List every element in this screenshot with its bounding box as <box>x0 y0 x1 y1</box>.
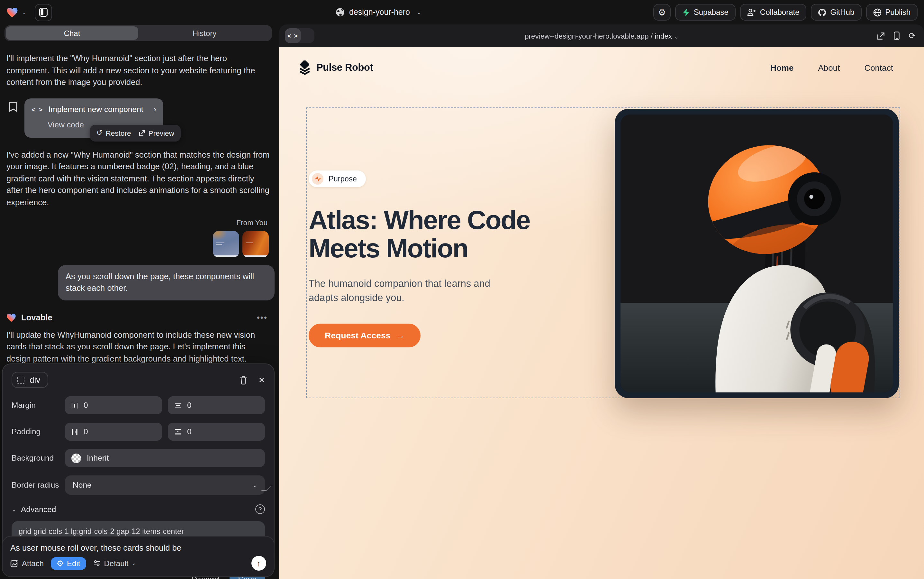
preview-label: Preview <box>149 128 174 138</box>
collaborate-button[interactable]: Collaborate <box>740 4 806 21</box>
element-inspector-panel: div ✕ Margin 0 <box>2 363 274 556</box>
advanced-collapse-icon[interactable]: ⌄ <box>11 506 16 512</box>
pulse-icon <box>312 173 323 185</box>
restore-preview-toolbar: ↺ Restore Preview <box>90 124 181 142</box>
from-you-label: From You <box>7 218 270 228</box>
chevron-right-icon: › <box>153 104 156 116</box>
margin-horizontal-input[interactable]: 0 <box>65 396 162 414</box>
site-brand[interactable]: Pulse Robot <box>298 61 373 75</box>
lovable-logo-icon[interactable] <box>7 7 18 18</box>
attachment-image-blue[interactable] <box>213 231 239 257</box>
padding-vertical-value: 0 <box>187 427 192 436</box>
background-value: Inherit <box>87 453 109 463</box>
hero-heading: Atlas: Where Code Meets Motion <box>309 206 598 263</box>
settings-button[interactable]: ⚙ <box>653 4 671 21</box>
code-icon: < > <box>31 105 43 114</box>
supabase-icon <box>682 8 690 16</box>
github-label: GitHub <box>831 8 855 17</box>
hero-robot-card <box>615 109 899 398</box>
margin-vertical-input[interactable]: 0 <box>168 396 265 414</box>
delete-element-icon[interactable] <box>239 375 248 384</box>
tab-history[interactable]: History <box>138 26 271 40</box>
attach-label: Attach <box>22 559 44 568</box>
publish-globe-icon <box>873 8 881 16</box>
edit-label: Edit <box>67 559 80 568</box>
nav-about[interactable]: About <box>818 63 840 72</box>
site-brand-name: Pulse Robot <box>317 62 373 74</box>
dashed-element-icon <box>17 376 24 384</box>
project-chevron-icon: ⌄ <box>416 9 421 15</box>
mobile-view-icon[interactable] <box>894 31 900 40</box>
nav-home[interactable]: Home <box>771 63 793 72</box>
hero-text-column: Purpose Atlas: Where Code Meets Motion T… <box>309 170 598 348</box>
tool-card-title: Implement new component <box>48 104 143 116</box>
sliders-icon <box>93 560 101 567</box>
restore-button[interactable]: ↺ Restore <box>96 128 131 138</box>
margin-label: Margin <box>11 401 65 410</box>
publish-label: Publish <box>885 8 911 17</box>
chat-composer[interactable]: As user mouse roll over, these cards sho… <box>2 536 274 577</box>
mode-chevron-icon: ⌄ <box>132 560 136 566</box>
user-message-bubble: As you scroll down the page, these compo… <box>58 265 274 301</box>
selected-element-chip[interactable]: div <box>11 372 48 388</box>
padding-vertical-icon <box>174 429 181 435</box>
transparency-swatch-icon <box>71 453 81 463</box>
lovable-heart-icon <box>7 314 16 323</box>
help-icon[interactable]: ? <box>255 504 265 514</box>
nav-contact[interactable]: Contact <box>864 63 893 72</box>
open-external-icon[interactable] <box>877 32 885 39</box>
target-icon <box>57 560 64 567</box>
app-topbar: ⌄ design-your-hero ⌄ ⚙ <box>0 0 924 25</box>
composer-input[interactable]: As user mouse roll over, these cards sho… <box>10 543 266 553</box>
site-nav: Home About Contact <box>771 63 905 72</box>
workspace-chevron-icon[interactable]: ⌄ <box>22 9 27 15</box>
message-menu-icon[interactable]: ••• <box>257 312 270 324</box>
refresh-icon[interactable]: ⟳ <box>909 31 916 41</box>
border-radius-select[interactable]: None ⌄ <box>65 476 265 495</box>
tool-call-row: < > Implement new component › View code … <box>7 98 270 141</box>
tab-chat[interactable]: Chat <box>6 26 138 40</box>
margin-horizontal-icon <box>71 402 78 409</box>
publish-button[interactable]: Publish <box>866 4 917 21</box>
margin-horizontal-value: 0 <box>83 401 88 410</box>
border-radius-value: None <box>73 481 91 489</box>
chat-sidebar: Chat History I'll implement the "Why Hum… <box>0 25 276 579</box>
margin-vertical-value: 0 <box>187 401 192 410</box>
margin-vertical-icon <box>174 402 181 409</box>
preview-url[interactable]: preview--design-your-hero.lovable.app / … <box>279 32 924 39</box>
model-mode-button[interactable]: Default ⌄ <box>93 559 135 568</box>
supabase-label: Supabase <box>694 8 728 17</box>
request-access-button[interactable]: Request Access → <box>309 324 421 348</box>
site-viewport: Pulse Robot Home About Contact Purpose <box>279 47 924 579</box>
restore-label: Restore <box>106 128 131 138</box>
attachment-image-orange[interactable] <box>242 231 269 257</box>
bookmark-icon <box>9 101 17 111</box>
app-window: ⌄ design-your-hero ⌄ ⚙ <box>0 0 924 579</box>
purpose-badge: Purpose <box>309 170 366 187</box>
preview-button[interactable]: Preview <box>139 128 174 138</box>
toggle-sidebar-button[interactable] <box>34 3 52 21</box>
github-icon <box>818 8 826 16</box>
preview-toolbar: < > preview--design-your-hero.lovable.ap… <box>279 25 924 47</box>
project-switcher[interactable]: design-your-hero ⌄ <box>336 0 421 25</box>
background-input[interactable]: Inherit <box>65 449 265 467</box>
robot-hero-image <box>620 114 893 393</box>
mode-label: Default <box>104 559 128 568</box>
edit-mode-button[interactable]: Edit <box>51 557 86 570</box>
badge-label: Purpose <box>328 174 357 183</box>
gear-icon: ⚙ <box>658 8 666 17</box>
padding-horizontal-input[interactable]: 0 <box>65 423 162 441</box>
attach-button[interactable]: Attach <box>10 559 44 568</box>
close-panel-icon[interactable]: ✕ <box>258 375 265 384</box>
assistant-message-2: I've added a new "Why Humanoid" section … <box>7 149 270 208</box>
restore-icon: ↺ <box>96 128 102 138</box>
hero-heading-line2: Meets Motion <box>309 234 598 263</box>
chat-history-tabs: Chat History <box>5 25 272 41</box>
padding-vertical-input[interactable]: 0 <box>168 423 265 441</box>
sidebar-panel-icon <box>39 8 47 17</box>
supabase-button[interactable]: Supabase <box>675 4 736 21</box>
github-button[interactable]: GitHub <box>811 4 862 21</box>
cta-label: Request Access <box>325 331 391 341</box>
element-tag: div <box>29 375 40 385</box>
send-button[interactable]: ↑ <box>251 556 266 571</box>
